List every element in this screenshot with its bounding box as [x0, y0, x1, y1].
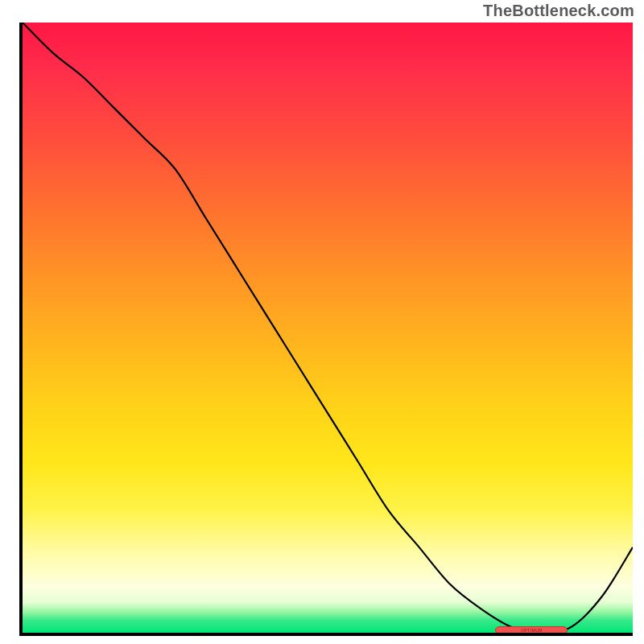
optimum-marker: OPTIMUM	[495, 626, 568, 634]
bottleneck-curve	[23, 23, 633, 633]
attribution-text: TheBottleneck.com	[483, 2, 634, 20]
plot-area: OPTIMUM	[19, 23, 633, 636]
